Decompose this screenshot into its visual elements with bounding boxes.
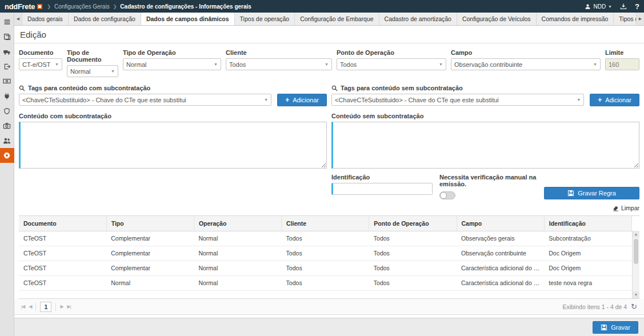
limite-input[interactable]: [605, 58, 639, 70]
cliente-value: Todos: [229, 61, 246, 68]
eraser-icon: [613, 205, 619, 211]
add-tag-with-button[interactable]: + Adicionar: [277, 94, 327, 106]
table-cell: Complementar: [106, 246, 194, 261]
table-row[interactable]: CTeOSTComplementarNormalTodosTodosCaract…: [19, 261, 632, 275]
sidebar-item-menu[interactable]: [0, 14, 14, 29]
tab-configuracao-de-embarque[interactable]: Configuração de Embarque: [295, 13, 379, 25]
ponto-de-operacao-select[interactable]: Todos▼: [337, 58, 446, 70]
menu-icon: [3, 18, 11, 26]
caret-down-icon: ▼: [577, 98, 581, 102]
table-row[interactable]: CTeOSTComplementarNormalTodosTodosObserv…: [19, 231, 632, 246]
identification-label: Identificação: [331, 174, 433, 181]
next-page-button[interactable]: ▶: [60, 304, 63, 309]
first-page-button[interactable]: |◀: [21, 304, 25, 309]
caret-down-icon: ▼: [325, 62, 329, 66]
campo-select[interactable]: Observação contribuinte▼: [451, 58, 601, 70]
caret-down-icon: ▼: [608, 5, 612, 9]
tab-configuracao-de-veiculos[interactable]: Configuração de Veículos: [457, 13, 537, 25]
tab-dados-de-campos-dinamicos[interactable]: Dados de campos dinâmicos: [141, 13, 235, 25]
export-icon: [3, 63, 11, 70]
tags-without-subcontract-controls: <ChaveCTeSubstituido> - Chave do CTe que…: [331, 94, 639, 106]
sidebar-item-seguranca[interactable]: [0, 103, 14, 118]
help-button[interactable]: ?: [635, 2, 639, 11]
table-cell: Normal: [194, 231, 281, 246]
clear-button[interactable]: Limpar: [613, 205, 639, 211]
tags-with-subcontract-select[interactable]: <ChaveCTeSubstituido> - Chave do CTe que…: [19, 94, 271, 106]
chevron-left-icon: ◀: [17, 17, 19, 21]
app-logo: nddFrete: [5, 2, 42, 11]
table-cell: Subcontratação: [544, 231, 631, 246]
identification-input[interactable]: [331, 183, 433, 195]
table-row[interactable]: CTeOSTNormalNormalTodosTodosCaracterísti…: [19, 275, 632, 290]
content-without-subcontract-textarea[interactable]: [331, 122, 639, 169]
tab-bar: ◀ Dados geraisDados de configuraçãoDados…: [14, 13, 644, 26]
app-logo-text: nddFrete: [5, 2, 35, 11]
tags-with-subcontract-group: Tags para conteúdo com subcontratação <C…: [19, 85, 327, 106]
table-header-documento[interactable]: Documento: [19, 216, 106, 231]
cliente-select[interactable]: Todos▼: [226, 58, 332, 70]
page-number-input[interactable]: 1: [40, 302, 51, 312]
sidebar-item-integracao[interactable]: [0, 89, 14, 103]
save-rule-button[interactable]: Gravar Regra: [544, 187, 639, 199]
add-tag-without-button[interactable]: + Adicionar: [590, 94, 639, 106]
documento-select[interactable]: CT-e/OST▼: [19, 58, 62, 70]
tab-scroll-right-button[interactable]: ▶: [636, 13, 644, 25]
breadcrumb-item-current: Cadastro de configurações - Informações …: [120, 3, 251, 10]
sidebar-item-ocorrencias[interactable]: [0, 118, 14, 133]
user-menu[interactable]: NDD ▼: [585, 3, 612, 10]
table-header-identificacao[interactable]: Identificação: [544, 216, 631, 231]
cliente-label: Cliente: [226, 49, 332, 56]
sidebar-item-documents[interactable]: [0, 29, 14, 44]
table-header-tipo[interactable]: Tipo: [106, 216, 194, 231]
table-header-operacao[interactable]: Operação: [194, 216, 281, 231]
tags-without-subcontract-group: Tags para conteúdo sem subcontratação <C…: [331, 85, 639, 106]
scroll-down-button[interactable]: ▼: [633, 291, 639, 298]
tab-comandos-de-impressao[interactable]: Comandos de impressão: [537, 13, 614, 25]
table-scrollbar[interactable]: ▲ ▼: [632, 231, 639, 298]
sidebar-item-export[interactable]: [0, 59, 14, 74]
download-button[interactable]: [620, 3, 627, 10]
tags-without-subcontract-select[interactable]: <ChaveCTeSubstituido> - Chave do CTe que…: [331, 94, 584, 106]
sidebar-item-configuracoes[interactable]: [0, 148, 14, 163]
save-button[interactable]: Gravar: [593, 321, 638, 334]
clear-row: Limpar: [19, 205, 639, 211]
tab-tipos-de-lancamentos[interactable]: Tipos de Lançamentos: [614, 13, 636, 25]
last-page-button[interactable]: ▶|: [67, 304, 71, 309]
triangle-up-icon: ▲: [634, 233, 638, 236]
tipo-de-documento-select[interactable]: Normal▼: [67, 65, 118, 77]
sidebar-item-monitor[interactable]: [0, 44, 14, 59]
table-scrollbar-thumb[interactable]: [634, 239, 638, 264]
manual-verification-group: Necessita verificação manual na emissão.: [439, 174, 537, 199]
chevron-right-icon: ❯: [47, 4, 51, 9]
table-cell: CTeOST: [19, 275, 106, 290]
tags-without-subcontract-label-row: Tags para conteúdo sem subcontratação: [331, 85, 639, 91]
pagination-status: Exibindo itens 1 - 4 de 4: [562, 303, 627, 310]
table-header-campo[interactable]: Campo: [457, 216, 544, 231]
content-with-subcontract-textarea[interactable]: [19, 122, 327, 169]
scroll-up-button[interactable]: ▲: [633, 231, 639, 238]
rules-table-wrap: DocumentoTipoOperaçãoClientePonto de Ope…: [19, 215, 639, 299]
sidebar-item-usuarios[interactable]: [0, 133, 14, 148]
table-row[interactable]: CTeOSTComplementarNormalTodosTodosObserv…: [19, 246, 632, 261]
prev-page-button[interactable]: ◀: [29, 304, 31, 309]
tab-tipos-de-operacao[interactable]: Tipos de operação: [235, 13, 295, 25]
refresh-button[interactable]: ↻: [631, 303, 637, 310]
table-header-ponto-de-operacao[interactable]: Ponto de Operação: [369, 216, 457, 231]
table-cell: Todos: [282, 261, 369, 275]
manual-verification-label: Necessita verificação manual na emissão.: [439, 174, 537, 187]
ponto-de-operacao-value: Todos: [340, 61, 357, 68]
table-cell: Normal: [194, 275, 281, 290]
manual-verification-toggle[interactable]: [439, 191, 455, 199]
table-cell: CTeOST: [19, 261, 106, 275]
tab-dados-gerais[interactable]: Dados gerais: [22, 13, 69, 25]
chevron-right-icon: ▶: [639, 17, 642, 21]
sidebar-item-financeiro[interactable]: [0, 74, 14, 89]
tipo-de-operacao-select[interactable]: Normal▼: [123, 58, 221, 70]
tab-scroll-left-button[interactable]: ◀: [14, 13, 22, 25]
tab-dados-de-configuracao[interactable]: Dados de configuração: [69, 13, 141, 25]
table-header-cliente[interactable]: Cliente: [282, 216, 369, 231]
tab-cadastro-de-amortizacao[interactable]: Cadastro de amortização: [379, 13, 457, 25]
breadcrumb-item-configuracoes-gerais[interactable]: Configurações Gerais: [54, 3, 110, 10]
tags-without-subcontract-value: <ChaveCTeSubstituido> - Chave do CTe que…: [335, 97, 499, 103]
page-title: Edição: [20, 30, 638, 39]
